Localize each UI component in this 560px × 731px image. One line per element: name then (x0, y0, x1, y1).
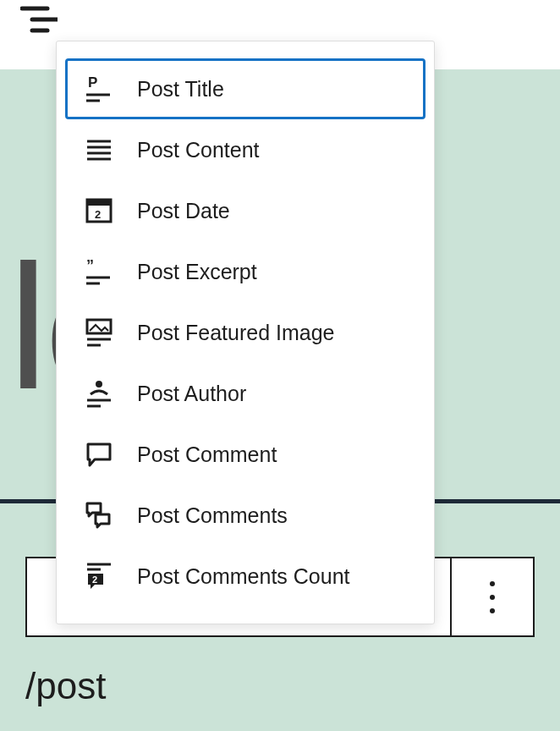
post-title-icon: P (85, 74, 113, 103)
svg-text:2: 2 (95, 208, 101, 221)
menu-item-post-comment[interactable]: Post Comment (65, 424, 425, 485)
post-comments-icon (85, 501, 113, 530)
svg-text:P: P (88, 74, 97, 91)
post-author-icon (85, 379, 113, 408)
svg-rect-16 (87, 320, 111, 333)
menu-item-label: Post Comments Count (137, 564, 350, 589)
post-content-icon (85, 135, 113, 164)
menu-item-post-date[interactable]: 2 Post Date (65, 180, 425, 241)
menu-item-post-author[interactable]: Post Author (65, 363, 425, 424)
menu-item-post-excerpt[interactable]: ” Post Excerpt (65, 241, 425, 302)
post-date-icon: 2 (85, 196, 113, 225)
block-inserter-popover: P Post Title Post Content 2 Post D (56, 41, 435, 624)
more-vertical-icon (490, 581, 495, 613)
svg-point-19 (96, 381, 102, 387)
menu-item-label: Post Comment (137, 442, 277, 467)
document-outline-icon[interactable] (20, 5, 58, 37)
menu-item-label: Post Date (137, 199, 230, 223)
menu-item-label: Post Title (137, 77, 224, 102)
svg-text:”: ” (86, 257, 94, 274)
menu-item-label: Post Excerpt (137, 260, 257, 284)
menu-item-post-comments[interactable]: Post Comments (65, 485, 425, 546)
svg-text:2: 2 (92, 574, 97, 585)
post-comment-icon (85, 440, 113, 469)
menu-item-post-comments-count[interactable]: 2 Post Comments Count (65, 546, 425, 607)
menu-item-label: Post Author (137, 382, 246, 406)
toolbar-more-options-button[interactable] (450, 557, 535, 637)
menu-item-post-title[interactable]: P Post Title (65, 58, 425, 119)
post-featured-image-icon (85, 318, 113, 347)
menu-item-post-featured-image[interactable]: Post Featured Image (65, 302, 425, 363)
slash-command-input-text[interactable]: /post (25, 665, 106, 707)
menu-item-label: Post Content (137, 138, 260, 162)
menu-item-label: Post Featured Image (137, 321, 334, 345)
post-comments-count-icon: 2 (85, 562, 113, 591)
menu-item-label: Post Comments (137, 503, 288, 528)
post-excerpt-icon: ” (85, 257, 113, 286)
svg-rect-11 (87, 200, 111, 206)
menu-item-post-content[interactable]: Post Content (65, 119, 425, 180)
